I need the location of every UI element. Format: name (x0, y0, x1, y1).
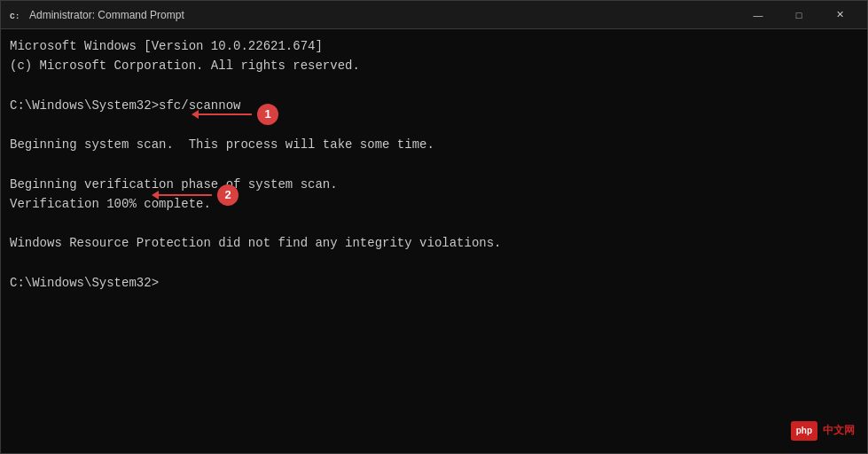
window: C: Administrator: Command Prompt — □ ✕ M… (0, 0, 868, 454)
window-title: Administrator: Command Prompt (29, 9, 738, 21)
annotation-1: 1 (192, 104, 278, 125)
console-line-empty (10, 214, 858, 233)
console-line-empty (10, 155, 858, 175)
title-bar: C: Administrator: Command Prompt — □ ✕ (1, 1, 867, 29)
maximize-button[interactable]: □ (778, 1, 819, 29)
watermark-logo-text: php (796, 424, 812, 438)
console-line: Microsoft Windows [Version 10.0.22621.67… (10, 36, 858, 56)
svg-text:C:: C: (10, 11, 20, 20)
annotation-2: 2 (152, 184, 239, 206)
window-controls: — □ ✕ (738, 1, 860, 29)
annotation-number-1: 1 (257, 104, 278, 125)
console-line: Beginning verification phase of system s… (10, 175, 858, 194)
watermark: php 中文网 (791, 421, 855, 441)
console-line: Beginning system scan. This process will… (10, 135, 858, 154)
console-line-empty (10, 115, 858, 135)
console-line: (c) Microsoft Corporation. All rights re… (10, 56, 858, 75)
console-prompt-line: C:\Windows\System32> (10, 273, 858, 293)
close-button[interactable]: ✕ (819, 1, 860, 29)
watermark-site: 中文网 (823, 422, 855, 439)
console-line-empty (10, 254, 858, 273)
console-line: Windows Resource Protection did not find… (10, 233, 858, 253)
watermark-logo: php (791, 421, 817, 441)
console-line: Verification 100% complete. (10, 194, 858, 214)
console-area: Microsoft Windows [Version 10.0.22621.67… (1, 29, 867, 453)
console-command-line: C:\Windows\System32>sfc/scannow (10, 96, 858, 115)
console-output: Microsoft Windows [Version 10.0.22621.67… (10, 36, 858, 293)
annotation-number-2: 2 (217, 184, 239, 206)
console-line-empty (10, 76, 858, 96)
cmd-icon: C: (8, 8, 22, 22)
minimize-button[interactable]: — (738, 1, 778, 29)
